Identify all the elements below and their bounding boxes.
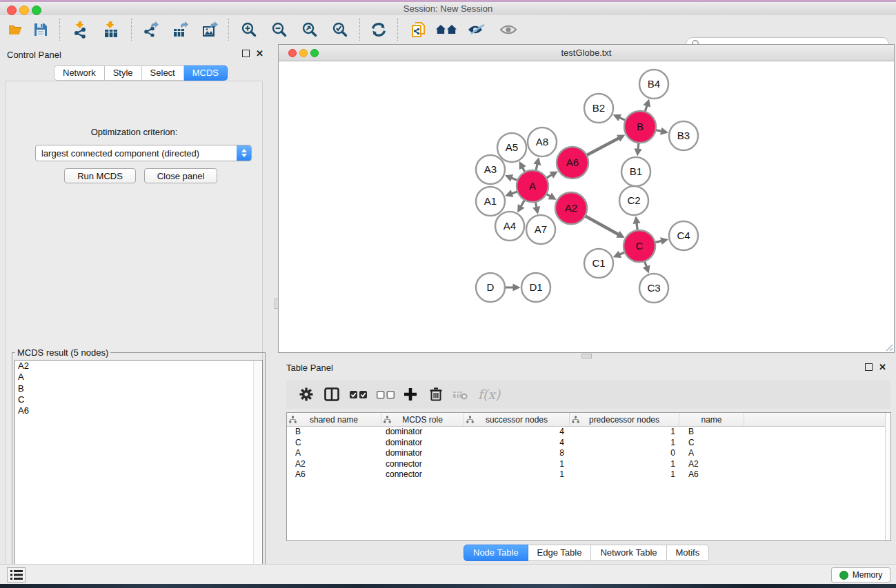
delete-table-icon[interactable] — [452, 385, 470, 403]
tab-edge-table[interactable]: Edge Table — [528, 545, 592, 561]
zoom-out-icon[interactable] — [270, 21, 288, 39]
tab-motifs[interactable]: Motifs — [667, 545, 710, 561]
node-table[interactable]: shared nameMCDS rolesuccessor nodesprede… — [286, 412, 891, 541]
cell[interactable]: 8 — [464, 448, 570, 459]
task-history-button[interactable] — [7, 567, 26, 582]
cell[interactable]: 1 — [570, 469, 679, 480]
cell[interactable]: A6 — [679, 469, 744, 480]
node-label-A7: A7 — [535, 223, 547, 235]
cell[interactable]: dominator — [381, 438, 464, 449]
show-details-icon[interactable] — [498, 21, 519, 39]
export-table-icon[interactable] — [172, 21, 190, 39]
cell[interactable]: 1 — [570, 427, 679, 438]
cell[interactable]: A6 — [287, 469, 381, 480]
table-row[interactable]: Adominator80A — [287, 448, 890, 459]
column-label: name — [701, 415, 721, 425]
export-image-icon[interactable] — [201, 21, 219, 39]
column-header-shared-name[interactable]: shared name — [287, 413, 381, 426]
table-row[interactable]: A2connector11A2 — [287, 459, 890, 470]
tab-network-table[interactable]: Network Table — [591, 545, 666, 561]
save-icon[interactable] — [32, 21, 50, 39]
close-panel-icon[interactable]: ✕ — [879, 364, 886, 370]
table-row[interactable]: A6connector11A6 — [287, 469, 890, 480]
float-panel-icon[interactable] — [242, 50, 250, 57]
table-body: Bdominator41BCdominator41CAdominator80AA… — [287, 427, 890, 480]
hide-details-icon[interactable] — [466, 21, 487, 39]
node-label-D1: D1 — [529, 281, 542, 293]
table-row[interactable]: Cdominator41C — [287, 438, 890, 449]
network-canvas[interactable]: AA6A2BCA1A3A4A5A7A8B1B2B3B4C1C2C3C4DD1 — [279, 61, 893, 352]
cell[interactable]: 4 — [464, 438, 570, 449]
column-label: MCDS role — [402, 415, 443, 425]
home-network-icon[interactable] — [435, 21, 459, 39]
gear-icon[interactable] — [297, 385, 315, 403]
cell[interactable]: C — [679, 438, 744, 449]
cell[interactable]: B — [287, 427, 381, 438]
cell[interactable]: C — [287, 438, 381, 449]
cell[interactable]: A2 — [679, 459, 744, 470]
zoom-fit-icon[interactable] — [301, 21, 319, 39]
cell[interactable]: 1 — [464, 459, 570, 470]
split-columns-icon[interactable] — [323, 385, 341, 403]
select-all-check-icon[interactable] — [348, 385, 369, 403]
edge-arrowhead — [660, 237, 668, 245]
result-item[interactable]: B — [15, 383, 262, 394]
mcds-result-title: MCDS result (5 nodes) — [15, 347, 110, 358]
table-row[interactable]: Bdominator41B — [287, 427, 890, 438]
cell[interactable]: 1 — [464, 469, 570, 480]
column-header-MCDS-role[interactable]: MCDS role — [381, 413, 464, 426]
mcds-result-list[interactable]: A2ABCA6 — [14, 360, 263, 582]
cell[interactable]: A — [287, 448, 381, 459]
cell[interactable]: 4 — [464, 427, 570, 438]
criterion-select[interactable]: largest connected component (directed) — [35, 145, 252, 161]
float-panel-icon[interactable] — [865, 363, 873, 371]
column-header-successor-nodes[interactable]: successor nodes — [464, 413, 570, 426]
tab-select[interactable]: Select — [142, 65, 184, 81]
import-table-icon[interactable] — [102, 21, 120, 39]
column-header-predecessor-nodes[interactable]: predecessor nodes — [570, 413, 679, 426]
scrollbar-track[interactable] — [253, 361, 261, 581]
cell[interactable]: dominator — [381, 448, 464, 459]
toolbar-separator — [397, 19, 398, 41]
cell[interactable]: 1 — [570, 459, 679, 470]
deselect-all-check-icon[interactable] — [375, 385, 396, 403]
copy-network-icon[interactable] — [410, 21, 428, 39]
network-window-titlebar[interactable]: testGlobe.txt — [279, 45, 894, 61]
cell[interactable]: B — [679, 427, 744, 438]
tab-network[interactable]: Network — [54, 65, 105, 81]
cell[interactable]: connector — [381, 459, 464, 470]
function-builder-icon[interactable]: f(x) — [477, 385, 501, 403]
cell[interactable]: connector — [381, 469, 464, 480]
column-header-name[interactable]: name — [679, 413, 744, 426]
export-network-icon[interactable] — [142, 21, 160, 39]
memory-button[interactable]: Memory — [831, 567, 890, 582]
close-panel-button[interactable]: Close panel — [144, 168, 217, 183]
tab-mcds[interactable]: MCDS — [184, 65, 228, 81]
cell[interactable]: A — [679, 448, 744, 459]
close-panel-icon[interactable]: ✕ — [256, 50, 263, 57]
refresh-icon[interactable] — [370, 21, 388, 39]
resize-grip-icon[interactable] — [885, 343, 893, 352]
result-item[interactable]: A — [15, 372, 262, 383]
cell[interactable]: dominator — [381, 427, 464, 438]
cell[interactable]: A2 — [287, 459, 381, 470]
cell-filler — [744, 438, 890, 449]
import-network-icon[interactable] — [72, 21, 90, 39]
node-label-B3: B3 — [677, 130, 690, 141]
tab-node-table[interactable]: Node Table — [464, 545, 528, 561]
zoom-selected-icon[interactable] — [331, 21, 349, 39]
run-mcds-button[interactable]: Run MCDS — [64, 168, 136, 183]
cell[interactable]: 0 — [570, 448, 679, 459]
delete-icon[interactable] — [427, 385, 445, 403]
cell[interactable]: 1 — [570, 438, 679, 449]
open-folder-icon[interactable] — [7, 21, 25, 39]
scrollbar-track[interactable] — [885, 413, 890, 540]
result-item[interactable]: C — [15, 394, 262, 405]
table-toolbar: f(x) — [286, 381, 890, 409]
result-item[interactable]: A2 — [15, 361, 262, 372]
zoom-in-icon[interactable] — [240, 21, 258, 39]
add-column-icon[interactable] — [401, 385, 419, 403]
result-item[interactable]: A6 — [15, 405, 262, 416]
horizontal-splitter-handle[interactable] — [581, 354, 592, 358]
tab-style[interactable]: Style — [105, 65, 142, 81]
